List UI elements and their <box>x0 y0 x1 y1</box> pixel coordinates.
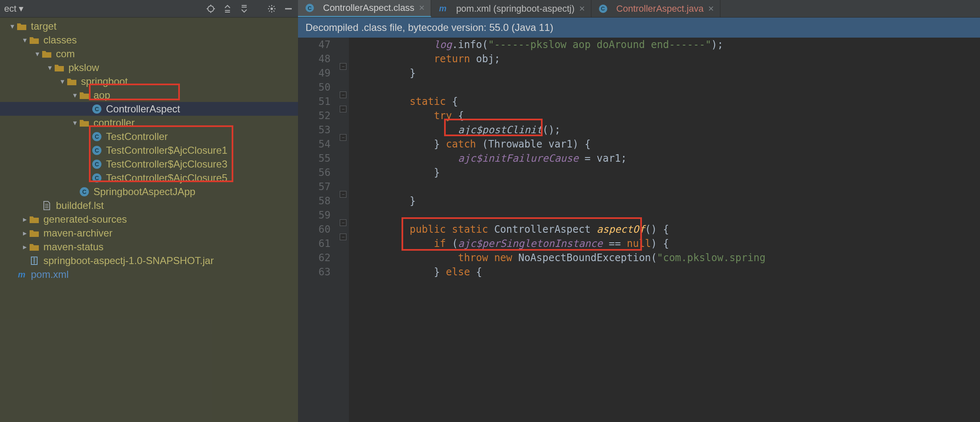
tree-node-classes[interactable]: ▾ classes <box>0 33 298 47</box>
line-number: 50 <box>298 80 331 94</box>
hide-icon[interactable] <box>283 3 294 14</box>
tree-label: TestController$AjcClosure1 <box>106 143 227 158</box>
tree-node-builddef[interactable]: builddef.lst <box>0 198 298 212</box>
class-icon: C <box>91 132 103 142</box>
folder-icon <box>28 242 40 252</box>
project-tree[interactable]: ▾ target ▾ classes ▾ com ▾ pkslow ▾ spri… <box>0 18 298 422</box>
folder-icon <box>28 35 40 45</box>
tree-node-maven-status[interactable]: ▸ maven-status <box>0 240 298 254</box>
folder-icon <box>28 214 40 224</box>
dropdown-icon[interactable]: ▾ <box>19 3 23 14</box>
chevron-down-icon[interactable]: ▾ <box>71 116 78 130</box>
tab-pom-xml[interactable]: m pom.xml (springboot-aspectj) ✕ <box>431 0 591 17</box>
folder-icon <box>66 76 78 86</box>
chevron-down-icon[interactable]: ▾ <box>46 61 53 75</box>
line-number: 48 <box>298 52 331 66</box>
fold-marker-icon[interactable]: − <box>340 63 346 70</box>
folder-icon <box>16 21 28 31</box>
tree-node-generated-sources[interactable]: ▸ generated-sources <box>0 212 298 226</box>
tree-node-ajc1[interactable]: C TestController$AjcClosure1 <box>0 143 298 157</box>
line-number: 59 <box>298 208 331 222</box>
fold-gutter: − − − − − − − <box>338 38 349 422</box>
tree-node-controller[interactable]: ▾ controller <box>0 116 298 130</box>
svg-point-0 <box>208 6 214 12</box>
tree-node-com[interactable]: ▾ com <box>0 47 298 61</box>
folder-icon <box>53 63 65 73</box>
fold-marker-icon[interactable]: − <box>340 234 346 240</box>
line-number: 63 <box>298 265 331 279</box>
chevron-down-icon[interactable]: ▾ <box>33 47 41 61</box>
settings-icon[interactable] <box>266 3 277 14</box>
folder-icon <box>78 118 90 128</box>
tab-controller-aspect-class[interactable]: C ControllerAspect.class ✕ <box>298 0 431 17</box>
tree-node-aop[interactable]: ▾ aop <box>0 88 298 102</box>
tree-node-maven-archiver[interactable]: ▸ maven-archiver <box>0 226 298 240</box>
editor-panel: C ControllerAspect.class ✕ m pom.xml (sp… <box>298 0 980 422</box>
locate-icon[interactable] <box>205 3 216 14</box>
chevron-down-icon[interactable]: ▾ <box>21 33 28 47</box>
svg-point-5 <box>270 8 273 10</box>
class-icon: C <box>91 159 103 169</box>
tree-node-ajc3[interactable]: C TestController$AjcClosure3 <box>0 157 298 171</box>
close-icon[interactable]: ✕ <box>419 3 425 13</box>
line-number: 60 <box>298 222 331 236</box>
tree-node-springboot[interactable]: ▾ springboot <box>0 74 298 88</box>
tree-label: pom.xml <box>31 267 69 282</box>
tree-label: builddef.lst <box>56 198 104 213</box>
expand-all-icon[interactable] <box>222 3 233 14</box>
class-icon: C <box>91 173 103 183</box>
tree-node-ajc5[interactable]: C TestController$AjcClosure5 <box>0 171 298 185</box>
collapse-all-icon[interactable] <box>239 3 250 14</box>
tree-label: springboot-aspectj-1.0-SNAPSHOT.jar <box>43 254 214 268</box>
line-number: 49 <box>298 66 331 80</box>
tree-label: target <box>31 19 56 33</box>
line-number: 54 <box>298 137 331 151</box>
tree-node-app[interactable]: C SpringbootAspectJApp <box>0 185 298 198</box>
code-editor[interactable]: 4748495051525354555657585960616263 − − −… <box>298 38 980 422</box>
tab-label: ControllerAspect.class <box>323 3 414 13</box>
tree-node-pkslow[interactable]: ▾ pkslow <box>0 61 298 74</box>
chevron-right-icon[interactable]: ▸ <box>21 240 28 254</box>
fold-marker-icon[interactable]: − <box>340 219 346 226</box>
chevron-right-icon[interactable]: ▸ <box>21 226 28 240</box>
tree-label: ControllerAspect <box>106 102 180 116</box>
tab-controller-aspect-java[interactable]: C ControllerAspect.java ✕ <box>591 0 720 17</box>
fold-marker-icon[interactable]: − <box>340 92 346 98</box>
line-number: 56 <box>298 165 331 180</box>
line-number: 57 <box>298 180 331 194</box>
file-icon <box>41 201 53 211</box>
code-content[interactable]: log.info("------pkslow aop doAround end-… <box>349 38 980 422</box>
class-icon: C <box>597 4 609 14</box>
chevron-down-icon[interactable]: ▾ <box>8 19 16 33</box>
tree-label: controller <box>93 116 135 130</box>
tree-label: pkslow <box>68 61 99 75</box>
close-icon[interactable]: ✕ <box>708 4 714 13</box>
fold-marker-icon[interactable]: − <box>340 106 346 112</box>
tree-node-target[interactable]: ▾ target <box>0 19 298 33</box>
tree-label: com <box>56 47 75 61</box>
tree-node-jar[interactable]: springboot-aspectj-1.0-SNAPSHOT.jar <box>0 254 298 267</box>
tree-label: SpringbootAspectJApp <box>93 185 195 199</box>
tree-node-pom[interactable]: m pom.xml <box>0 267 298 281</box>
project-toolbar: ect ▾ <box>0 0 298 18</box>
line-number: 47 <box>298 38 331 52</box>
line-number: 61 <box>298 236 331 251</box>
tree-node-controller-aspect[interactable]: C ControllerAspect <box>0 102 298 116</box>
class-icon: C <box>91 104 103 114</box>
tree-label: generated-sources <box>43 212 127 226</box>
fold-marker-icon[interactable]: − <box>340 191 346 198</box>
tab-label: pom.xml (springboot-aspectj) <box>456 3 575 14</box>
tree-label: aop <box>93 88 110 102</box>
project-view-selector[interactable]: ect <box>4 3 16 14</box>
close-icon[interactable]: ✕ <box>579 4 585 13</box>
line-gutter: 4748495051525354555657585960616263 <box>298 38 338 422</box>
chevron-right-icon[interactable]: ▸ <box>21 212 28 226</box>
tree-label: TestController <box>106 130 168 144</box>
chevron-down-icon[interactable]: ▾ <box>71 88 78 102</box>
class-icon: C <box>78 187 90 197</box>
chevron-down-icon[interactable]: ▾ <box>58 74 66 89</box>
line-number: 58 <box>298 194 331 208</box>
folder-icon <box>78 90 90 100</box>
fold-marker-icon[interactable]: − <box>340 134 346 141</box>
tree-node-test-controller[interactable]: C TestController <box>0 130 298 143</box>
